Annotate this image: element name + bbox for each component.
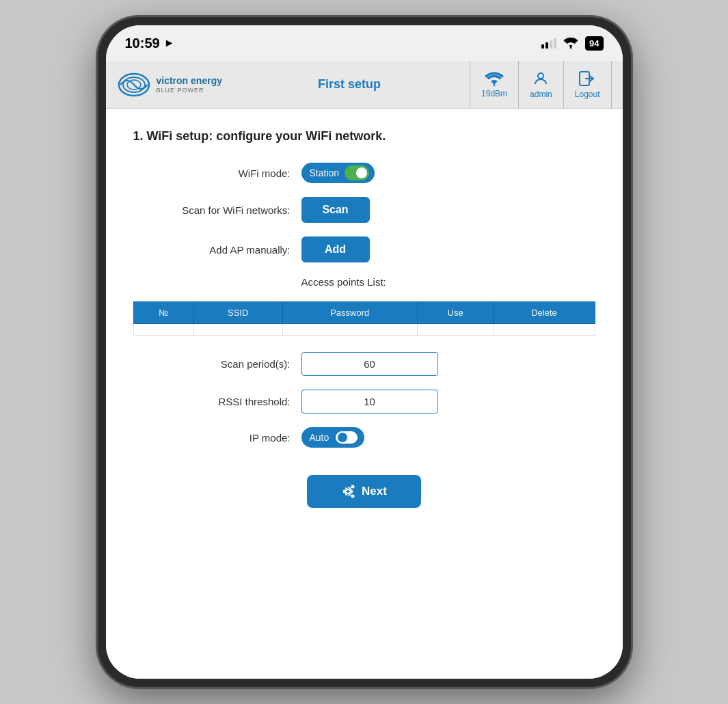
table-header-delete: Delete bbox=[494, 302, 595, 324]
signal-strength-button[interactable]: 19dBm bbox=[470, 61, 518, 109]
table-header-row: № SSID Password Use Delete bbox=[133, 302, 595, 324]
next-share-icon bbox=[341, 485, 355, 498]
wifi-mode-toggle-switch[interactable] bbox=[345, 165, 369, 180]
signal-bar-1 bbox=[541, 44, 544, 49]
ip-mode-label: IP mode: bbox=[133, 432, 291, 444]
svg-point-0 bbox=[570, 47, 572, 49]
wifi-mode-toggle-group[interactable]: Station bbox=[301, 163, 375, 183]
scan-button[interactable]: Scan bbox=[301, 197, 370, 223]
signal-bar-4 bbox=[554, 38, 556, 49]
next-button-row: Next bbox=[133, 461, 595, 508]
rssi-threshold-row: RSSI threshold: bbox=[133, 390, 595, 414]
add-ap-button[interactable]: Add bbox=[301, 236, 370, 262]
access-points-label-row: Access points List: bbox=[133, 276, 595, 288]
scan-period-label: Scan period(s): bbox=[133, 358, 291, 370]
wifi-mode-toggle-label: Station bbox=[310, 167, 340, 178]
app-header: victron energy BLUE POWER First setup 19… bbox=[106, 61, 623, 109]
table-header-use: Use bbox=[417, 302, 494, 324]
status-time: 10:59 ► bbox=[125, 36, 175, 51]
logo-main-text: victron energy bbox=[157, 75, 222, 87]
header-title: First setup bbox=[237, 77, 461, 92]
victron-logo-icon bbox=[117, 71, 151, 98]
ip-mode-row: IP mode: Auto bbox=[133, 427, 595, 448]
phone-frame: 10:59 ► 94 bbox=[98, 17, 631, 687]
section-title: 1. WiFi setup: configure your WiFi netwo… bbox=[133, 129, 595, 144]
table-header-ssid: SSID bbox=[193, 302, 282, 324]
signal-bars bbox=[541, 38, 556, 49]
wifi-status-icon bbox=[563, 38, 578, 49]
next-button[interactable]: Next bbox=[307, 475, 421, 508]
time-display: 10:59 bbox=[125, 36, 160, 51]
scan-label: Scan for WiFi networks: bbox=[133, 204, 291, 216]
table-header-num: № bbox=[133, 302, 193, 324]
person-icon bbox=[532, 70, 549, 87]
status-icons: 94 bbox=[541, 36, 603, 51]
table-row bbox=[133, 324, 595, 336]
access-points-table: № SSID Password Use Delete bbox=[133, 301, 595, 336]
battery-indicator: 94 bbox=[585, 36, 603, 51]
location-icon: ► bbox=[164, 37, 175, 49]
scan-period-row: Scan period(s): bbox=[133, 352, 595, 376]
signal-bar-2 bbox=[545, 42, 548, 49]
svg-point-10 bbox=[343, 490, 347, 493]
rssi-threshold-input[interactable] bbox=[301, 390, 438, 414]
signal-bar-3 bbox=[550, 40, 552, 49]
ip-mode-toggle-switch[interactable] bbox=[334, 430, 359, 445]
scan-networks-row: Scan for WiFi networks: Scan bbox=[133, 197, 595, 223]
ip-mode-toggle-label: Auto bbox=[310, 432, 329, 443]
scan-period-input[interactable] bbox=[301, 352, 438, 376]
signal-label: 19dBm bbox=[481, 89, 507, 98]
ip-mode-toggle-group[interactable]: Auto bbox=[301, 427, 365, 448]
user-profile-button[interactable]: admin bbox=[518, 61, 563, 109]
logout-icon bbox=[578, 70, 596, 87]
logo-text: victron energy BLUE POWER bbox=[157, 75, 222, 94]
status-bar: 10:59 ► 94 bbox=[106, 25, 623, 61]
logout-button[interactable]: Logout bbox=[563, 61, 612, 109]
battery-level: 94 bbox=[589, 38, 599, 49]
wifi-signal-icon bbox=[485, 71, 504, 86]
wifi-mode-row: WiFi mode: Station bbox=[133, 163, 595, 183]
header-actions: 19dBm admin Logout bbox=[470, 61, 611, 109]
main-content: 1. WiFi setup: configure your WiFi netwo… bbox=[106, 109, 623, 679]
logo-area: victron energy BLUE POWER bbox=[117, 71, 222, 98]
add-ap-row: Add AP manually: Add bbox=[133, 236, 595, 262]
user-label: admin bbox=[530, 90, 552, 99]
logo-sub-text: BLUE POWER bbox=[157, 87, 222, 94]
logout-label: Logout bbox=[575, 90, 600, 99]
table-header-password: Password bbox=[282, 302, 417, 324]
rssi-threshold-label: RSSI threshold: bbox=[133, 396, 291, 407]
add-ap-label: Add AP manually: bbox=[133, 244, 291, 256]
svg-point-4 bbox=[494, 84, 496, 86]
next-button-label: Next bbox=[362, 485, 387, 498]
phone-screen: 10:59 ► 94 bbox=[106, 25, 623, 679]
wifi-mode-label: WiFi mode: bbox=[133, 167, 291, 179]
svg-point-5 bbox=[538, 73, 543, 79]
access-points-list-label: Access points List: bbox=[301, 276, 386, 288]
